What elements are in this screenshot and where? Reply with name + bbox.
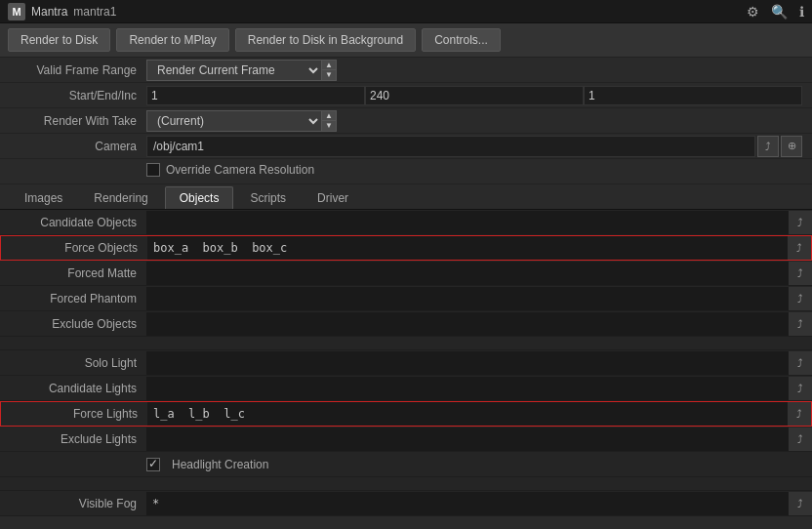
candidate-lights-input[interactable] [146, 377, 789, 400]
headlight-creation-label: Headlight Creation [172, 458, 268, 471]
camera-row: Camera ⤴ ⊕ [0, 134, 812, 159]
end-input[interactable]: 240 [365, 86, 584, 105]
section-spacer-2 [0, 477, 812, 491]
override-camera-label: Override Camera Resolution [166, 163, 314, 177]
forced-matte-label: Forced Matte [10, 266, 146, 280]
titlebar-icons: ⚙ 🔍 ℹ [747, 4, 804, 20]
tab-objects[interactable]: Objects [165, 186, 234, 209]
force-lights-label: Force Lights [11, 407, 147, 421]
start-end-inc-label: Start/End/Inc [10, 89, 146, 102]
exclude-lights-btn[interactable]: ⤴ [789, 427, 812, 451]
forced-phantom-row: Forced Phantom ⤴ [0, 286, 812, 311]
gear-icon[interactable]: ⚙ [747, 4, 759, 20]
tab-images[interactable]: Images [10, 186, 77, 209]
camera-label: Camera [10, 140, 146, 153]
solo-light-label: Solo Light [10, 356, 146, 370]
candidate-objects-input[interactable] [146, 211, 789, 234]
force-lights-input[interactable] [147, 402, 788, 426]
section-spacer-1 [0, 337, 812, 350]
tabs: Images Rendering Objects Scripts Driver [0, 186, 812, 210]
forced-phantom-input[interactable] [146, 287, 789, 310]
valid-frame-range-control: Render Current Frame ▲ ▼ [146, 60, 802, 81]
visible-fog-row: Visible Fog ⤴ [0, 491, 812, 516]
render-to-disk-button[interactable]: Render to Disk [8, 28, 110, 52]
exclude-objects-input[interactable] [146, 312, 789, 336]
force-objects-input[interactable] [147, 236, 788, 260]
render-with-take-select[interactable]: (Current) [146, 110, 322, 132]
candidate-lights-label: Candidate Lights [10, 382, 146, 395]
candidate-objects-label: Candidate Objects [10, 216, 146, 229]
solo-light-input[interactable] [146, 351, 789, 375]
objects-content: Candidate Objects ⤴ Force Objects ⤴ Forc… [0, 210, 812, 516]
frame-range-up-btn[interactable]: ▲ [321, 60, 337, 70]
tab-driver[interactable]: Driver [303, 186, 363, 209]
headlight-creation-checkbox[interactable] [146, 458, 160, 471]
camera-op-btn[interactable]: ⊕ [781, 136, 802, 157]
app-name: Mantra [31, 5, 67, 19]
start-input[interactable]: 1 [146, 86, 365, 105]
tab-scripts[interactable]: Scripts [235, 186, 301, 209]
force-objects-row: Force Objects ⤴ [0, 235, 812, 261]
exclude-lights-label: Exclude Lights [10, 432, 146, 446]
frame-range-down-btn[interactable]: ▼ [321, 70, 337, 81]
forced-matte-input[interactable] [146, 262, 789, 285]
force-objects-label: Force Objects [11, 241, 147, 255]
candidate-lights-row: Candidate Lights ⤴ [0, 376, 812, 401]
forced-phantom-btn[interactable]: ⤴ [789, 287, 812, 310]
candidate-objects-btn[interactable]: ⤴ [789, 211, 812, 234]
exclude-objects-btn[interactable]: ⤴ [789, 312, 812, 336]
range-inputs: 1 240 1 [146, 86, 802, 105]
render-to-disk-background-button[interactable]: Render to Disk in Background [235, 28, 416, 52]
render-to-mplay-button[interactable]: Render to MPlay [116, 28, 228, 52]
forced-phantom-label: Forced Phantom [10, 292, 146, 305]
render-with-take-row: Render With Take (Current) ▲ ▼ [0, 108, 812, 134]
visible-fog-label: Visible Fog [10, 497, 146, 510]
force-lights-row: Force Lights ⤴ [0, 401, 812, 427]
valid-frame-range-select[interactable]: Render Current Frame [146, 60, 322, 81]
take-up-btn[interactable]: ▲ [321, 110, 337, 121]
exclude-objects-label: Exclude Objects [10, 317, 146, 331]
app-logo: M [8, 3, 25, 20]
visible-fog-btn[interactable]: ⤴ [789, 492, 812, 515]
force-lights-btn[interactable]: ⤴ [788, 402, 811, 426]
force-objects-btn[interactable]: ⤴ [788, 236, 811, 260]
search-icon[interactable]: 🔍 [771, 4, 788, 20]
headlight-creation-row: Headlight Creation [0, 452, 812, 477]
candidate-objects-row: Candidate Objects ⤴ [0, 210, 812, 235]
exclude-lights-row: Exclude Lights ⤴ [0, 427, 812, 452]
toolbar: Render to Disk Render to MPlay Render to… [0, 23, 812, 58]
forced-matte-row: Forced Matte ⤴ [0, 261, 812, 286]
override-camera-row: Override Camera Resolution [0, 159, 812, 184]
camera-jump-btn[interactable]: ⤴ [757, 136, 779, 157]
take-down-btn[interactable]: ▼ [321, 121, 337, 132]
solo-light-btn[interactable]: ⤴ [789, 351, 812, 375]
valid-frame-range-row: Valid Frame Range Render Current Frame ▲… [0, 58, 812, 83]
solo-light-row: Solo Light ⤴ [0, 350, 812, 376]
controls-button[interactable]: Controls... [422, 28, 501, 52]
exclude-lights-input[interactable] [146, 427, 789, 451]
exclude-objects-row: Exclude Objects ⤴ [0, 311, 812, 337]
render-with-take-control: (Current) ▲ ▼ [146, 110, 802, 132]
valid-frame-range-label: Valid Frame Range [10, 63, 146, 77]
start-end-inc-row: Start/End/Inc 1 240 1 [0, 83, 812, 108]
tab-rendering[interactable]: Rendering [79, 186, 162, 209]
forced-matte-btn[interactable]: ⤴ [789, 262, 812, 285]
render-with-take-label: Render With Take [10, 114, 146, 128]
candidate-lights-btn[interactable]: ⤴ [789, 377, 812, 400]
titlebar: M Mantra mantra1 ⚙ 🔍 ℹ [0, 0, 812, 23]
inc-input[interactable]: 1 [584, 86, 802, 105]
visible-fog-input[interactable] [146, 492, 789, 515]
camera-input[interactable] [146, 136, 755, 157]
window-title: mantra1 [73, 5, 116, 19]
info-icon[interactable]: ℹ [799, 4, 804, 20]
override-camera-checkbox[interactable] [146, 163, 160, 177]
